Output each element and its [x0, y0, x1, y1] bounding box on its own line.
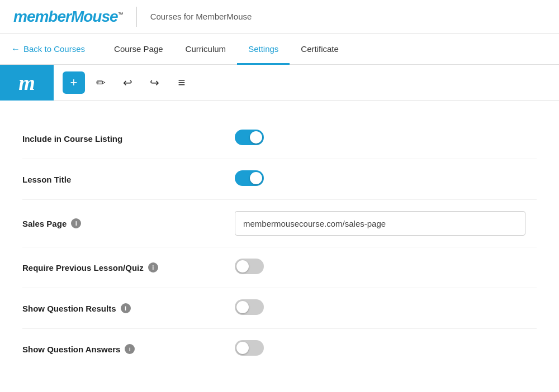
nav-row: ← Back to Courses Course Page Curriculum…: [0, 34, 559, 65]
back-to-courses-label: Back to Courses: [23, 44, 85, 54]
info-icon-show-question-results[interactable]: i: [121, 303, 131, 313]
redo-button[interactable]: ↪: [143, 71, 165, 94]
toggle-include-in-course-listing[interactable]: [235, 130, 264, 145]
setting-sales-page-control: [235, 211, 537, 236]
add-icon: +: [70, 75, 78, 90]
setting-show-question-answers: Show Question Answers i: [22, 329, 537, 369]
setting-sales-page: Sales Page i: [22, 200, 537, 247]
setting-require-previous-lesson-quiz-label: Require Previous Lesson/Quiz i: [22, 262, 235, 273]
setting-require-previous-lesson-quiz-control: [235, 259, 537, 276]
logo-tm: ™: [118, 11, 123, 17]
setting-lesson-title-label: Lesson Title: [22, 175, 235, 184]
tab-course-page[interactable]: Course Page: [103, 34, 174, 65]
logo-text-main: memberMouse: [13, 8, 118, 25]
tab-settings[interactable]: Settings: [237, 34, 290, 65]
setting-show-question-answers-label: Show Question Answers i: [22, 344, 235, 354]
toggle-thumb: [236, 342, 249, 354]
header-divider: [136, 7, 137, 27]
list-button[interactable]: ≡: [170, 71, 192, 94]
undo-button[interactable]: ↩: [116, 71, 139, 94]
setting-include-in-course-listing: Include in Course Listing: [22, 118, 537, 159]
toggle-thumb: [250, 131, 262, 144]
setting-sales-page-label: Sales Page i: [22, 218, 235, 228]
edit-button[interactable]: ✏: [89, 71, 112, 94]
toolbar-tools: + ✏ ↩ ↪ ≡: [54, 71, 201, 94]
mm-logo-block: m: [0, 65, 54, 101]
setting-show-question-results: Show Question Results i: [22, 288, 537, 329]
top-header: memberMouse™ Courses for MemberMouse: [0, 0, 559, 34]
setting-include-in-course-listing-control: [235, 130, 537, 147]
add-button[interactable]: +: [63, 71, 85, 94]
toggle-show-question-results[interactable]: [235, 299, 264, 315]
tab-course-page-label: Course Page: [114, 44, 163, 54]
pencil-icon: ✏: [96, 76, 106, 89]
undo-icon: ↩: [123, 76, 132, 89]
sales-page-input[interactable]: [235, 211, 525, 236]
list-icon: ≡: [178, 75, 184, 90]
tabs-container: Course Page Curriculum Settings Certific…: [103, 34, 350, 64]
setting-include-in-course-listing-label: Include in Course Listing: [22, 134, 235, 144]
toggle-thumb: [236, 260, 249, 273]
toggle-thumb: [236, 301, 249, 313]
back-to-courses-link[interactable]: ← Back to Courses: [11, 44, 85, 54]
header-subtitle: Courses for MemberMouse: [150, 12, 252, 21]
redo-icon: ↪: [150, 76, 159, 89]
setting-show-question-results-label: Show Question Results i: [22, 303, 235, 313]
setting-show-question-answers-control: [235, 340, 537, 358]
toggle-lesson-title[interactable]: [235, 170, 264, 186]
mm-logo-letter: m: [18, 72, 35, 93]
tab-certificate-label: Certificate: [301, 44, 339, 54]
setting-show-question-results-control: [235, 299, 537, 317]
logo: memberMouse™: [13, 8, 123, 26]
info-icon-require-previous[interactable]: i: [148, 262, 158, 273]
tab-settings-label: Settings: [248, 44, 278, 54]
toggle-thumb: [250, 172, 262, 184]
tab-curriculum-label: Curriculum: [186, 44, 226, 54]
tab-certificate[interactable]: Certificate: [290, 34, 350, 65]
setting-require-previous-lesson-quiz: Require Previous Lesson/Quiz i: [22, 247, 537, 288]
setting-lesson-title: Lesson Title: [22, 159, 537, 200]
logo-area: memberMouse™: [13, 8, 123, 26]
toolbar: m + ✏ ↩ ↪ ≡: [0, 65, 559, 101]
back-arrow-icon: ←: [11, 44, 20, 54]
info-icon-show-question-answers[interactable]: i: [125, 344, 135, 354]
settings-content: Include in Course Listing Lesson Title S…: [0, 101, 559, 387]
setting-lesson-title-control: [235, 170, 537, 188]
info-icon-sales-page[interactable]: i: [71, 218, 81, 228]
toggle-require-previous-lesson-quiz[interactable]: [235, 259, 264, 274]
tab-curriculum[interactable]: Curriculum: [174, 34, 238, 65]
toggle-show-question-answers[interactable]: [235, 340, 264, 356]
